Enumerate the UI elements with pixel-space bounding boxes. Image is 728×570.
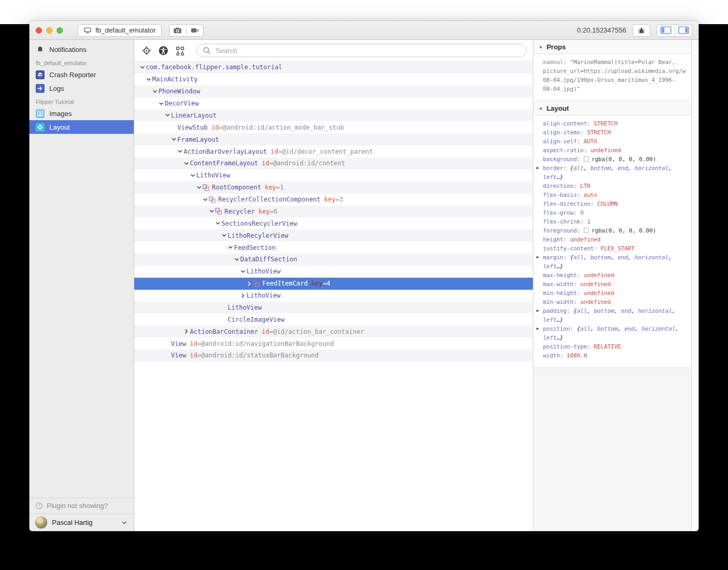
tree-row[interactable]: LithoRecylerView [134,229,533,241]
tree-row[interactable]: ActionBarContainerid=@id/action_bar_cont… [134,325,533,337]
tree-row[interactable]: PhoneWindow [134,86,533,98]
chevron-down-icon[interactable] [195,185,202,190]
screenshot-button[interactable] [169,25,186,36]
chevron-down-icon[interactable] [220,233,228,238]
tree-attr-value: =@android:id/navigationBarBackground [197,340,334,347]
chevron-down-icon[interactable] [201,197,209,202]
tree-row[interactable]: Recyclerkey=6 [134,206,533,218]
chevron-down-icon[interactable] [214,221,221,226]
chevron-down-icon[interactable] [151,89,158,94]
tree-row[interactable]: DataDiffSection [134,254,533,266]
layout-section-body: align-content: STRETCHalign-items: STRET… [533,115,691,368]
tree-row[interactable]: Viewid=@android:id/statusBarBackground [134,350,533,362]
expand-icon[interactable]: ▶ [537,307,539,315]
tree-row[interactable]: SectionsRecyclerView [134,217,533,229]
sidebar-item-logs[interactable]: Logs [29,81,134,95]
toggle-right-panel-button[interactable] [675,25,692,36]
panel-left-icon [660,26,671,34]
prop-key: align-self: [543,138,584,145]
tree-row[interactable]: LithoView [134,290,533,302]
sidebar-item-layout[interactable]: Layout [29,120,134,134]
chevron-down-icon[interactable] [183,161,190,166]
prop-key: max-width: [543,281,580,288]
screen-record-button[interactable] [186,25,203,36]
sidebar-item-label: Notifications [49,46,87,54]
tree-row[interactable]: LithoView [134,266,533,278]
section-collapse-icon: ▼ [539,45,543,49]
chevron-right-icon[interactable] [239,293,247,298]
tree-row[interactable]: LinearLayout [134,110,533,122]
color-swatch[interactable] [584,228,589,233]
tree-row[interactable]: ActionBarOverlayLayoutid=@id/decor_conte… [134,145,533,157]
tree-node-name: View [171,352,186,359]
litho-component-icon [215,208,222,215]
chevron-right-icon[interactable] [245,281,253,286]
tree-attr-key: key [259,208,270,215]
layout-prop-row: direction: LTR [533,182,691,191]
tree-row[interactable]: FeedItemCardkey=4 [134,278,533,290]
chevron-down-icon[interactable] [176,149,184,154]
chevron-down-icon[interactable] [170,137,177,142]
accessibility-mode-button[interactable] [156,44,170,57]
props-section-header[interactable]: ▼ Props [533,40,691,54]
user-menu[interactable]: Pascal Hartig [29,513,134,531]
tree-row[interactable]: ContentFrameLayoutid=@android:id/content [134,157,533,170]
tree-row[interactable]: LithoView [134,170,533,182]
select-element-button[interactable] [140,44,153,57]
chevron-down-icon[interactable] [227,245,234,250]
tree-row[interactable]: ViewStubid=@android:id/action_mode_bar_s… [134,121,533,133]
tree-row[interactable]: CircleImageView [134,313,533,325]
tree-row[interactable]: RecyclerCollectionComponentkey=3 [134,194,533,206]
tree-attr-value: =6 [270,208,277,215]
device-selector[interactable]: fb_default_emulator [78,24,162,37]
expand-icon[interactable]: ▶ [537,253,539,262]
tree-row[interactable]: RootComponentkey=1 [134,182,533,194]
minimize-window-button[interactable] [46,27,52,34]
report-bug-button[interactable] [633,24,650,37]
prop-value: 1 [587,218,590,225]
chevron-down-icon[interactable] [145,77,152,82]
tree-row[interactable]: Viewid=@android:id/navigationBarBackgrou… [134,337,533,350]
tree-node-attr: key=3 [324,196,343,203]
layout-prop-row: aspect-ratio: undefined [533,146,691,155]
inspector-panel: ▼ Props mammal: "MarineMammal(title=Pola… [533,40,699,531]
chevron-down-icon[interactable] [233,257,240,262]
bug-icon [637,26,646,35]
prop-value: undefined [584,290,614,297]
tree-row[interactable]: com.facebook.flipper.sample.tutorial [134,61,533,73]
tree-row[interactable]: FrameLayout [134,133,533,145]
chevron-down-icon[interactable] [239,269,247,274]
layout-section-header[interactable]: ▼ Layout [533,101,691,115]
layout-prop-row[interactable]: ▶border: {all, bottom, end, horizontal, … [533,164,691,182]
expand-icon[interactable]: ▶ [537,164,539,173]
component-tree-button[interactable] [173,44,187,57]
chevron-down-icon[interactable] [138,65,146,70]
layout-prop-row[interactable]: ▶margin: {all, bottom, end, horizontal, … [533,253,691,271]
layout-prop-row[interactable]: ▶position: {all, bottom, end, horizontal… [533,324,691,342]
tree-row[interactable]: LithoView [134,302,533,314]
sidebar-item-images[interactable]: Images [29,107,134,120]
tree-row[interactable]: DecorView [134,98,533,110]
color-swatch[interactable] [584,156,589,162]
layout-prop-row[interactable]: ▶padding: {all, bottom, end, horizontal,… [533,307,691,324]
accessibility-icon [158,46,168,56]
zoom-window-button[interactable] [57,27,63,34]
sidebar-item-notifications[interactable]: Notifications [29,43,134,56]
chevron-down-icon[interactable] [208,209,215,214]
chevron-down-icon[interactable] [189,173,196,178]
sidebar-section-label: Flipper Tutorial [29,95,134,107]
tree-attr-value: =@android:id/action_mode_bar_stub [219,124,344,131]
chevron-right-icon[interactable] [183,329,190,334]
chevron-down-icon[interactable] [157,101,165,106]
close-window-button[interactable] [36,27,42,34]
expand-icon[interactable]: ▶ [537,324,539,333]
tree-row[interactable]: FeedSection [134,241,533,254]
tree-node-name: FrameLayout [177,136,219,143]
sidebar-item-crash-reporter[interactable]: Crash Reporter [29,68,134,81]
prop-key: max-height: [543,272,584,279]
chevron-down-icon[interactable] [164,113,171,118]
tree-row[interactable]: MainActivity [134,73,533,86]
toggle-left-panel-button[interactable] [657,25,675,36]
plugin-not-showing-link[interactable]: ? Plugin not showing? [29,498,134,513]
search-input[interactable] [215,46,520,55]
